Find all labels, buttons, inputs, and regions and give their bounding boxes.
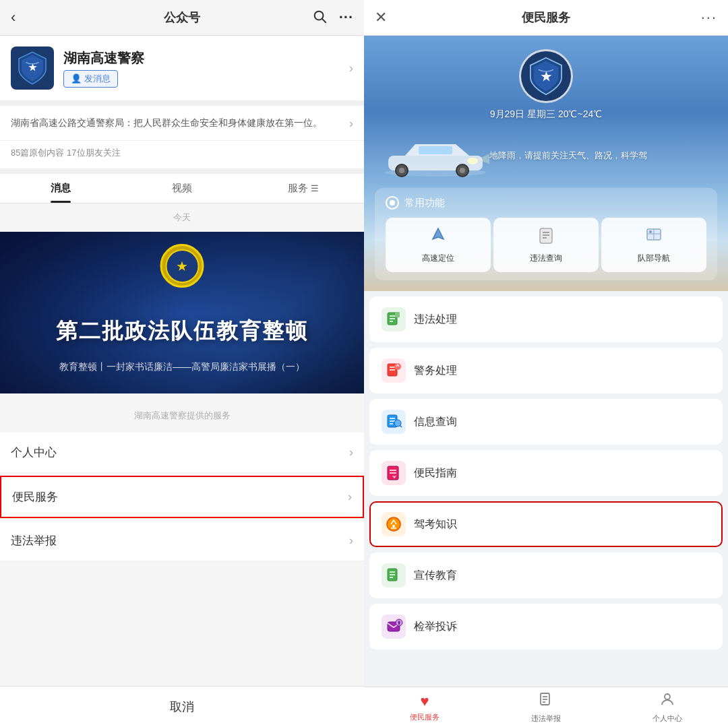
quick-item-violation[interactable]: 违法查询 [493, 218, 599, 272]
tabs-section: 消息 视频 服务 ☰ [0, 174, 364, 203]
service-civil-guide-text: 便民指南 [414, 466, 457, 480]
bottom-nav-personal[interactable]: 个人中心 [607, 687, 728, 727]
svg-line-1 [322, 19, 326, 22]
service-violation-handle-text: 违法处理 [414, 313, 457, 327]
personal-nav-label: 个人中心 [653, 714, 682, 724]
profile-section: ★ 湖南高速警察 👤 发消息 › [0, 36, 364, 106]
menu-report-violation[interactable]: 违法举报 › [0, 521, 364, 561]
svg-rect-6 [419, 146, 452, 154]
common-func-label: 常用功能 [386, 196, 706, 210]
violation-nav-icon [538, 691, 554, 712]
service-list: 违法处理 警务处理 [364, 291, 728, 687]
func-label-text: 常用功能 [404, 197, 445, 210]
quick-item-location[interactable]: 高速定位 [386, 218, 491, 272]
bottom-nav: ♥ 便民服务 违法举报 个人中心 [364, 687, 728, 727]
quick-item-navigate[interactable]: 队部导航 [601, 218, 706, 272]
civil-nav-label: 便民服务 [410, 712, 439, 722]
menu-civil-service-arrow: › [348, 490, 352, 504]
service-row-info-query[interactable]: 信息查询 [369, 399, 723, 445]
menu-personal-center-arrow: › [349, 445, 353, 460]
right-header-title: 便民服务 [522, 9, 570, 26]
left-header-title: 公众号 [164, 9, 200, 26]
service-label: 湖南高速警察提供的服务 [0, 399, 364, 433]
svg-point-52 [665, 694, 670, 699]
bottom-nav-civil[interactable]: ♥ 便民服务 [364, 687, 485, 727]
svg-marker-12 [433, 228, 444, 239]
quick-item-navigate-label: 队部导航 [638, 253, 670, 264]
svg-rect-25 [395, 312, 400, 317]
service-row-propaganda[interactable]: 宣传教育 [369, 552, 723, 598]
tab-service[interactable]: 服务 ☰ [243, 174, 364, 203]
service-police-handle-text: 警务处理 [414, 364, 457, 378]
news-card[interactable]: ★ 第二批政法队伍教育整顿 教育整顿丨一封家书话廉洁——高警局廉洁家书展播（一） [0, 232, 364, 393]
service-report-complaint-text: 检举投诉 [414, 620, 457, 634]
quick-items-grid: 高速定位 违法查询 [386, 218, 706, 272]
location-icon [429, 226, 448, 249]
service-row-violation-handle[interactable]: 违法处理 [369, 296, 723, 342]
driving-knowledge-icon [382, 512, 406, 536]
menu-civil-service[interactable]: 便民服务 › [0, 476, 364, 518]
svg-point-40 [392, 525, 395, 528]
right-panel: ✕ 便民服务 ··· ★ 9月29日 星期三 20℃~24℃ [364, 0, 728, 727]
left-panel: ‹ 公众号 ··· ★ 湖南高速警察 👤 发 [0, 0, 364, 727]
service-menu-icon: ☰ [311, 183, 319, 193]
quick-item-violation-label: 违法查询 [530, 253, 562, 264]
svg-point-7 [467, 158, 478, 164]
profile-logo: ★ [11, 46, 54, 90]
news-title: 第二批政法队伍教育整顿 [0, 317, 364, 346]
follow-icon: 👤 [71, 73, 82, 84]
common-functions: 常用功能 高速定位 [375, 188, 717, 280]
service-row-civil-guide[interactable]: 便民指南 [369, 450, 723, 496]
stats-text: 85篇原创内容 17位朋友关注 [11, 148, 121, 158]
civil-nav-icon: ♥ [420, 693, 429, 710]
menu-personal-center[interactable]: 个人中心 › [0, 433, 364, 473]
more-icon[interactable]: ··· [339, 9, 353, 26]
hero-car-area: 地降雨，请提前关注天气、路况，科学驾 [375, 129, 717, 183]
info-query-icon [382, 410, 406, 434]
news-subtitle: 教育整顿丨一封家书话廉洁——高警局廉洁家书展播（一） [0, 361, 364, 373]
propaganda-icon [382, 563, 406, 588]
profile-arrow: › [349, 61, 353, 75]
hero-logo: ★ [519, 49, 573, 103]
cancel-button[interactable]: 取消 [0, 686, 364, 727]
navigate-icon [644, 226, 663, 249]
back-button[interactable]: ‹ [11, 9, 16, 26]
svg-point-9 [399, 168, 404, 173]
badge-star: ★ [176, 258, 188, 274]
service-propaganda-text: 宣传教育 [414, 569, 457, 583]
service-row-driving-knowledge[interactable]: 驾考知识 [369, 501, 723, 547]
profile-name: 湖南高速警察 [63, 49, 340, 67]
news-image: ★ 第二批政法队伍教育整顿 教育整顿丨一封家书话廉洁——高警局廉洁家书展播（一） [0, 232, 364, 393]
right-header: ✕ 便民服务 ··· [364, 0, 728, 36]
car-icon [382, 132, 489, 179]
police-handle-icon [382, 358, 406, 383]
quick-item-location-label: 高速定位 [422, 253, 454, 264]
follow-button[interactable]: 👤 发消息 [63, 70, 118, 88]
tab-messages[interactable]: 消息 [0, 174, 121, 203]
menu-report-violation-text: 违法举报 [11, 533, 57, 548]
svg-line-35 [400, 425, 402, 427]
service-info-query-text: 信息查询 [414, 415, 457, 429]
svg-rect-13 [540, 228, 552, 243]
menu-civil-service-text: 便民服务 [12, 489, 58, 505]
left-header-icons: ··· [312, 9, 353, 27]
violation-handle-icon [382, 307, 406, 331]
bottom-nav-violation[interactable]: 违法举报 [485, 687, 607, 727]
description-section: 湖南省高速公路交通警察局：把人民群众生命安全和身体健康放在第一位。 › [0, 106, 364, 141]
hero-date: 9月29日 星期三 20℃~24℃ [490, 108, 602, 121]
service-row-report-complaint[interactable]: 检举投诉 [369, 604, 723, 650]
close-button[interactable]: ✕ [375, 9, 387, 26]
menu-report-violation-arrow: › [349, 534, 353, 548]
search-icon[interactable] [312, 9, 327, 27]
tab-service-label: 服务 [288, 182, 308, 195]
tab-video[interactable]: 视频 [121, 174, 243, 203]
func-label-icon [386, 196, 399, 210]
police-badge: ★ [160, 244, 204, 288]
description-arrow: › [349, 117, 353, 131]
service-row-police-handle[interactable]: 警务处理 [369, 348, 723, 393]
left-header: ‹ 公众号 ··· [0, 0, 364, 36]
today-label: 今天 [0, 203, 364, 232]
svg-point-20 [649, 230, 652, 233]
violation-nav-label: 违法举报 [531, 714, 561, 724]
right-more-icon[interactable]: ··· [701, 9, 717, 26]
